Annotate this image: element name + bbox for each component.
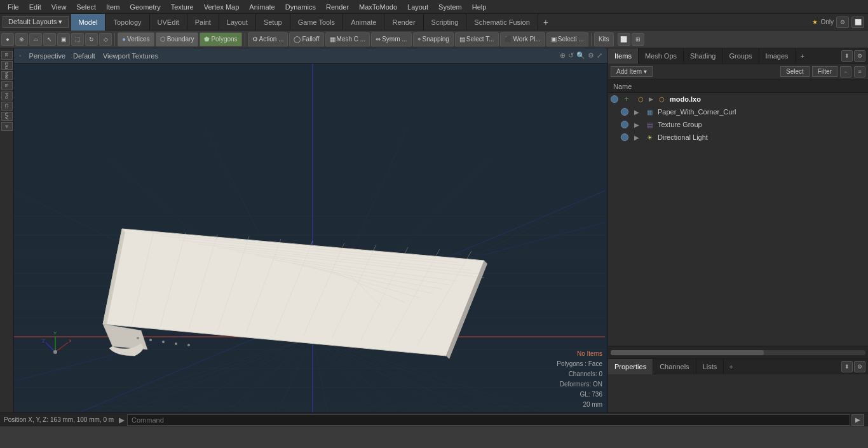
left-btn-b[interactable]: B: xyxy=(1,51,13,60)
default-layouts-dropdown[interactable]: Default Layouts ▾ xyxy=(3,16,69,28)
props-tab-channels[interactable]: Channels xyxy=(653,359,696,374)
add-item-button[interactable]: Add Item ▾ xyxy=(611,66,653,77)
item-visibility-modo-lxo[interactable] xyxy=(611,95,618,103)
viewport-settings-icon[interactable]: ⚙ xyxy=(588,51,594,60)
props-tab-lists[interactable]: Lists xyxy=(696,359,724,374)
panel-tab-groups[interactable]: Groups xyxy=(722,48,759,64)
item-visibility-paper[interactable] xyxy=(621,108,628,116)
props-collapse-button[interactable]: ⬍ xyxy=(841,361,853,372)
item-visibility-texture[interactable] xyxy=(621,121,628,128)
item-expand-icon[interactable]: ▶ xyxy=(649,96,653,102)
viewport-expand-icon[interactable]: ⤢ xyxy=(597,51,602,60)
action-button[interactable]: ⚙Action ... xyxy=(248,32,288,46)
viewport-search-icon[interactable]: 🔍 xyxy=(576,51,585,60)
menu-layout[interactable]: Layout xyxy=(402,2,433,12)
select-t-button[interactable]: ▤Select T... xyxy=(455,32,499,46)
item-expand-paper[interactable]: ▶ xyxy=(631,106,642,118)
menu-system[interactable]: System xyxy=(433,2,467,12)
viewport-perspective[interactable]: Perspective xyxy=(29,52,65,60)
tool-diamond[interactable]: ◇ xyxy=(99,33,112,46)
menu-view[interactable]: View xyxy=(46,2,72,12)
vertices-mode-button[interactable]: ● Vertices xyxy=(118,32,154,46)
maximize-viewport-button[interactable]: ⬜ xyxy=(618,33,630,46)
item-visibility-light[interactable] xyxy=(621,133,628,141)
add-layout-button[interactable]: + xyxy=(538,17,553,27)
item-expand-texture[interactable]: ▶ xyxy=(631,119,642,130)
panel-tab-images[interactable]: Images xyxy=(759,48,796,64)
layout-tab-uvedit[interactable]: UVEdit xyxy=(150,14,187,31)
layout-tab-animate[interactable]: Animate xyxy=(343,14,384,31)
menu-vertex-map[interactable]: Vertex Map xyxy=(199,2,245,12)
menu-render[interactable]: Render xyxy=(321,2,354,12)
viewport-canvas[interactable]: X Z Y No Items Polygons : Face Channels:… xyxy=(14,64,607,412)
left-btn-po[interactable]: Po xyxy=(1,92,13,100)
viewport-layout-button[interactable]: ⊞ xyxy=(632,33,644,46)
viewport[interactable]: ▪ Perspective Default Viewport Textures … xyxy=(14,48,607,412)
layout-tab-topology[interactable]: Topology xyxy=(105,14,149,31)
work-pl-button[interactable]: ⬛Work Pl... xyxy=(500,32,545,46)
tool-bullet[interactable]: ● xyxy=(1,33,14,46)
items-scrollbar-thumb[interactable] xyxy=(611,350,764,355)
layout-tab-scripting[interactable]: Scripting xyxy=(424,14,467,31)
left-btn-me[interactable]: Me xyxy=(1,71,13,80)
items-select-button[interactable]: Select xyxy=(780,66,810,77)
tool-rect1[interactable]: ▣ xyxy=(57,33,70,46)
props-options-button[interactable]: ⚙ xyxy=(854,361,865,372)
panel-collapse-button[interactable]: ⬍ xyxy=(841,50,853,62)
tool-grid[interactable]: ⊕ xyxy=(15,33,28,46)
items-minus-button[interactable]: − xyxy=(840,66,851,78)
viewport-move-icon[interactable]: ⊕ xyxy=(560,51,566,60)
menu-maxtomodo[interactable]: MaxToModo xyxy=(354,2,402,12)
item-row-texture-group[interactable]: ▶ ▤ Texture Group xyxy=(608,118,868,131)
layout-maximize-button[interactable]: ⬜ xyxy=(851,17,864,28)
left-btn-e[interactable]: E xyxy=(1,81,13,90)
snapping-button[interactable]: ⌖Snapping xyxy=(413,32,454,46)
tool-rect2[interactable]: ⬚ xyxy=(71,33,84,46)
items-filter-button[interactable]: Filter xyxy=(812,66,837,77)
selecti-button[interactable]: ▣Selecti ... xyxy=(546,32,588,46)
menu-select[interactable]: Select xyxy=(71,2,101,12)
polygons-mode-button[interactable]: ⬟ Polygons xyxy=(200,32,241,46)
menu-dynamics[interactable]: Dynamics xyxy=(280,2,321,12)
menu-animate[interactable]: Animate xyxy=(244,2,280,12)
left-btn-du[interactable]: Du xyxy=(1,61,13,70)
symm-button[interactable]: ⇔Symm ... xyxy=(371,32,411,46)
layout-tab-schematic-fusion[interactable]: Schematic Fusion xyxy=(466,14,538,31)
props-add-tab-button[interactable]: + xyxy=(724,363,738,370)
item-expand-light[interactable]: ▶ xyxy=(631,132,642,143)
layout-tab-render[interactable]: Render xyxy=(384,14,423,31)
layout-tab-paint[interactable]: Paint xyxy=(187,14,219,31)
boundary-mode-button[interactable]: ⬡ Boundary xyxy=(156,32,199,46)
item-add-icon[interactable]: + xyxy=(621,93,632,105)
viewport-default[interactable]: Default xyxy=(73,52,95,60)
viewport-refresh-icon[interactable]: ↺ xyxy=(568,51,574,60)
panel-add-tab-button[interactable]: + xyxy=(796,52,810,60)
command-execute-button[interactable]: ▶ xyxy=(851,414,864,426)
falloff-button[interactable]: ◯Falloff xyxy=(289,32,323,46)
menu-texture[interactable]: Texture xyxy=(166,2,199,12)
panel-tab-items[interactable]: Items xyxy=(608,48,639,64)
item-row-paper-mesh[interactable]: ▶ ▦ Paper_With_Corner_Curl xyxy=(608,105,868,118)
left-btn-f[interactable]: F xyxy=(1,122,13,131)
layout-tab-layout[interactable]: Layout xyxy=(219,14,256,31)
tool-arrow[interactable]: ↖ xyxy=(43,33,56,46)
left-btn-uv[interactable]: UV xyxy=(1,112,13,121)
item-row-modo-lxo[interactable]: + ⬡ ▶ ⬡ modo.lxo xyxy=(608,93,868,105)
layout-options-button[interactable]: ⚙ xyxy=(836,17,849,28)
layout-tab-setup[interactable]: Setup xyxy=(256,14,290,31)
layout-tab-game-tools[interactable]: Game Tools xyxy=(290,14,344,31)
menu-geometry[interactable]: Geometry xyxy=(125,2,165,12)
item-row-dir-light[interactable]: ▶ ☀ Directional Light xyxy=(608,131,868,144)
layout-tab-model[interactable]: Model xyxy=(71,14,106,31)
panel-options-button[interactable]: ⚙ xyxy=(854,50,865,62)
menu-edit[interactable]: Edit xyxy=(24,2,46,12)
command-input[interactable] xyxy=(127,414,850,426)
props-tab-properties[interactable]: Properties xyxy=(608,359,653,374)
items-collapse-button[interactable]: ≡ xyxy=(854,66,865,78)
items-scrollbar[interactable] xyxy=(608,346,868,358)
menu-help[interactable]: Help xyxy=(467,2,492,12)
menu-item[interactable]: Item xyxy=(101,2,125,12)
mesh-c-button[interactable]: ▦Mesh C ... xyxy=(325,32,370,46)
left-btn-c[interactable]: C: xyxy=(1,102,13,111)
tool-lasso[interactable]: ⌓ xyxy=(29,33,42,46)
